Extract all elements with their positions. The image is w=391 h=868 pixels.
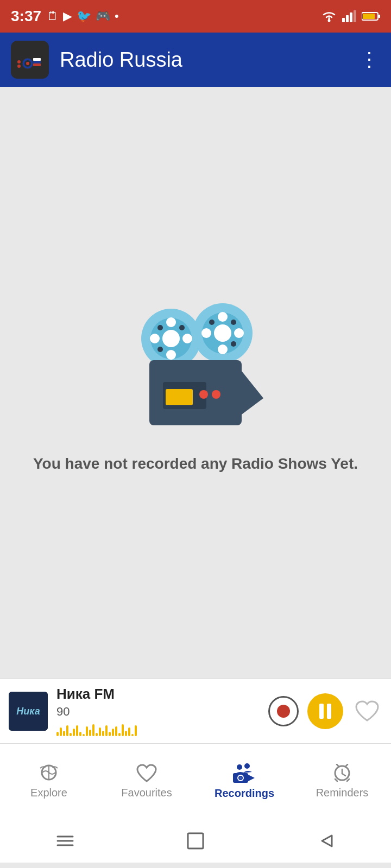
wave-bar xyxy=(109,732,111,736)
signal-icon xyxy=(342,10,356,22)
svg-line-58 xyxy=(342,774,345,776)
svg-line-60 xyxy=(347,779,349,781)
svg-rect-13 xyxy=(33,58,41,61)
recordings-nav-icon xyxy=(232,763,257,784)
wave-bar xyxy=(122,724,124,736)
wave-bar xyxy=(83,734,85,736)
svg-point-30 xyxy=(214,324,231,342)
svg-point-32 xyxy=(218,344,228,354)
svg-rect-14 xyxy=(33,61,41,63)
svg-point-16 xyxy=(17,60,21,63)
status-right-icons xyxy=(321,10,380,22)
svg-line-9 xyxy=(19,47,22,55)
svg-marker-43 xyxy=(242,371,263,414)
svg-rect-3 xyxy=(350,12,352,22)
dot-icon: • xyxy=(115,9,119,23)
nav-item-reminders[interactable]: Reminders xyxy=(293,744,391,819)
svg-point-12 xyxy=(26,62,29,65)
svg-point-36 xyxy=(231,320,236,325)
wave-bar xyxy=(79,732,81,736)
svg-point-42 xyxy=(212,390,220,399)
status-time: 3:37 xyxy=(11,8,41,25)
wave-bar xyxy=(66,725,68,736)
station-thumb-svg: Ника xyxy=(9,692,48,731)
svg-point-21 xyxy=(166,317,176,327)
wave-bar xyxy=(96,733,98,736)
app-bar: Radio Russia ⋮ xyxy=(0,33,391,87)
wave-bar xyxy=(105,725,108,736)
favourite-button[interactable] xyxy=(352,696,382,726)
more-options-button[interactable]: ⋮ xyxy=(360,48,380,71)
wave-bar xyxy=(99,727,101,736)
svg-rect-1 xyxy=(342,18,345,22)
explore-icon xyxy=(38,764,60,783)
record-button[interactable] xyxy=(268,696,299,726)
svg-marker-51 xyxy=(248,775,255,781)
wifi-icon xyxy=(321,10,337,22)
svg-rect-4 xyxy=(354,10,356,22)
wave-bar xyxy=(118,733,121,736)
svg-point-31 xyxy=(218,312,228,322)
wave-bar xyxy=(125,731,127,736)
svg-point-17 xyxy=(17,65,21,68)
svg-point-0 xyxy=(328,20,331,22)
station-thumbnail: Ника xyxy=(9,692,48,731)
svg-line-55 xyxy=(337,764,338,766)
android-home-button[interactable] xyxy=(182,827,209,854)
empty-state-message: You have not recorded any Radio Shows Ye… xyxy=(11,455,380,473)
app-logo-svg xyxy=(14,43,46,76)
pause-bar-right xyxy=(327,704,331,719)
app-title: Radio Russia xyxy=(60,48,349,72)
svg-point-27 xyxy=(157,347,163,352)
now-playing-bar: Ника Ника FM 90 xyxy=(0,678,391,743)
svg-point-20 xyxy=(162,330,180,347)
wave-bar xyxy=(102,731,104,736)
wave-bar xyxy=(73,729,75,736)
reminders-label: Reminders xyxy=(316,787,369,799)
record-dot-icon xyxy=(277,705,290,718)
svg-point-34 xyxy=(234,328,244,338)
nav-item-explore[interactable]: Explore xyxy=(0,744,98,819)
heart-icon xyxy=(355,700,380,723)
station-info: Ника FM 90 xyxy=(56,686,260,736)
wave-bar xyxy=(56,732,59,736)
station-frequency: 90 xyxy=(56,705,260,719)
android-menu-button[interactable] xyxy=(52,827,79,854)
pause-icon xyxy=(319,704,331,719)
nav-item-recordings[interactable]: Recordings xyxy=(195,744,293,819)
svg-point-23 xyxy=(150,334,160,343)
twitter-icon: 🐦 xyxy=(77,9,91,23)
wave-bar xyxy=(89,730,91,736)
svg-line-56 xyxy=(346,764,348,766)
svg-rect-2 xyxy=(346,15,349,22)
svg-rect-6 xyxy=(363,14,375,19)
battery-icon xyxy=(362,11,380,21)
bottom-navigation: Explore Favourites Recordings xyxy=(0,743,391,819)
favourites-label: Favourites xyxy=(121,787,172,799)
svg-point-35 xyxy=(209,320,215,325)
wave-bar xyxy=(70,733,72,736)
svg-point-22 xyxy=(166,350,176,360)
android-back-icon xyxy=(317,833,335,848)
android-back-button[interactable] xyxy=(312,827,339,854)
svg-point-48 xyxy=(237,764,242,770)
status-icons: 🗒 ▶ 🐦 🎮 • xyxy=(47,9,119,23)
main-content: You have not recorded any Radio Shows Ye… xyxy=(0,87,391,678)
svg-point-26 xyxy=(179,325,185,330)
wave-bar xyxy=(86,726,88,736)
nav-item-favourites[interactable]: Favourites xyxy=(98,744,195,819)
youtube-icon: ▶ xyxy=(63,9,72,23)
svg-point-41 xyxy=(199,390,208,399)
station-name: Ника FM xyxy=(56,686,260,703)
reminders-icon xyxy=(332,764,352,783)
recordings-label: Recordings xyxy=(215,787,274,800)
svg-rect-40 xyxy=(166,389,193,405)
svg-point-49 xyxy=(244,763,250,769)
wave-bar xyxy=(115,726,117,736)
status-bar: 3:37 🗒 ▶ 🐦 🎮 • xyxy=(0,0,391,33)
player-controls xyxy=(268,693,382,729)
pause-button[interactable] xyxy=(307,693,343,729)
svg-text:Ника: Ника xyxy=(16,706,40,717)
android-menu-icon xyxy=(55,833,75,848)
svg-rect-7 xyxy=(379,15,380,18)
